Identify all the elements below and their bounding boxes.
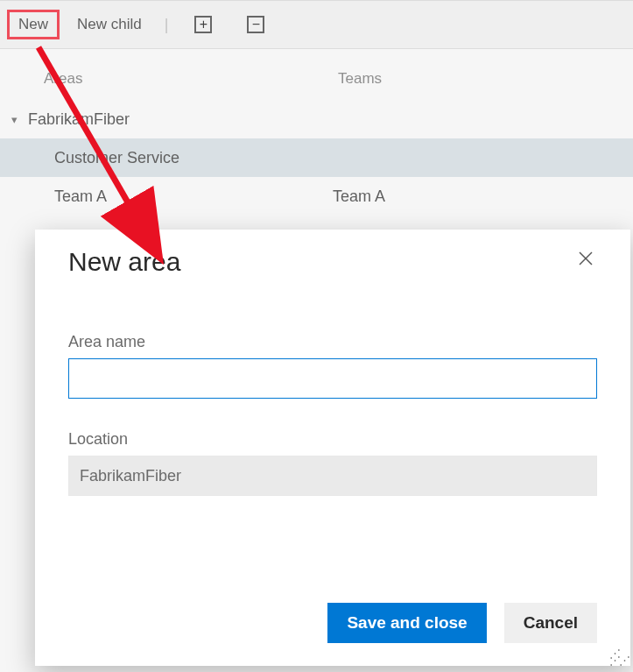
save-and-close-button[interactable]: Save and close [327, 603, 486, 643]
resize-grip-icon: ⋰⋰⋰ [609, 650, 629, 664]
new-area-dialog: New area Area name Location Save and clo… [35, 230, 630, 666]
close-button[interactable] [574, 247, 597, 272]
close-icon [578, 251, 594, 266]
area-name-field: Area name [68, 333, 597, 399]
location-input[interactable] [68, 456, 597, 496]
location-field: Location [68, 430, 597, 496]
cancel-button[interactable]: Cancel [504, 603, 597, 643]
area-name-input[interactable] [68, 358, 597, 399]
dialog-title: New area [68, 247, 180, 277]
area-name-label: Area name [68, 333, 597, 351]
location-label: Location [68, 430, 597, 449]
